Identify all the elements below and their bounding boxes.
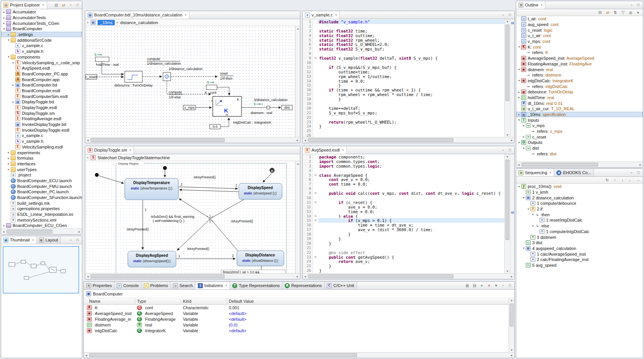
initial-state-dot[interactable] xyxy=(95,173,99,177)
tree-expanded-arrow-icon[interactable]: ▾ xyxy=(522,147,526,150)
pe-item-invokedisplaytoggle-esdl[interactable]: EInvokeDisplayToggle.esdl xyxy=(1,127,82,133)
tab-layout[interactable]: ▦ Layout xyxy=(37,236,61,244)
code-line[interactable]: 3static float32 time; xyxy=(303,29,504,33)
outline-item-outputs[interactable]: ▾OOutputs xyxy=(516,140,643,145)
scroll-down-icon[interactable]: ▼ xyxy=(506,270,509,273)
vertical-scrollbar[interactable]: ▲ ▼ xyxy=(504,154,510,273)
code-line[interactable]: 24} xyxy=(303,124,504,129)
code-line[interactable]: 24 return ave_v; xyxy=(303,259,504,264)
close-icon[interactable]: × xyxy=(335,13,337,17)
scroll-left-icon[interactable]: ◄ xyxy=(86,139,89,142)
tab-problems[interactable]: ⚠Problems xyxy=(142,282,171,289)
outline-item-dist[interactable]: ▾→dist xyxy=(516,145,643,151)
junction-connector[interactable] xyxy=(207,215,213,223)
pe-item-boardcomputer-fmu-launch[interactable]: BoardComputer_FMU.launch xyxy=(1,183,82,189)
close-icon[interactable]: × xyxy=(185,13,187,17)
tree-expanded-arrow-icon[interactable]: ▾ xyxy=(2,27,6,31)
outline-item-refers[interactable]: →refers : dist xyxy=(516,151,643,157)
code-line[interactable]: 18 } xyxy=(303,97,504,101)
code-line[interactable]: 1#include "v_sample.h" xyxy=(303,20,504,24)
add-entry-icon[interactable]: ⊞ xyxy=(464,283,470,289)
maximize-icon[interactable]: □ xyxy=(75,238,80,243)
minimize-icon[interactable]: − xyxy=(68,238,73,243)
palette-collapse-icon[interactable]: ◂ xyxy=(297,27,298,31)
code-line[interactable]: 1package components; xyxy=(303,155,504,159)
tree-collapsed-arrow-icon[interactable]: ▸ xyxy=(7,151,11,154)
code-line[interactable]: 11⊖ if (c_reset) { xyxy=(303,200,504,205)
close-icon[interactable]: × xyxy=(342,148,344,152)
code-line[interactable]: 2 xyxy=(303,24,504,29)
seq-item-proc-10ms[interactable]: ▾ƒproc_10ms() : void xyxy=(516,184,643,189)
code-line[interactable]: 17 rpm_wheel = rpm_wheel * outtime / tim… xyxy=(303,92,504,97)
integrator-block[interactable]: K K IV xyxy=(211,96,241,116)
tree-collapsed-arrow-icon[interactable]: ▸ xyxy=(2,16,6,20)
pe-item-invokedisplaytoggle-bd[interactable]: ▦InvokeDisplayToggle.bd xyxy=(1,122,82,127)
outline-item-dt-10ms[interactable]: #dt_10ms : real 0.01 xyxy=(516,100,643,106)
column-header-default-value[interactable]: Default Value xyxy=(227,298,514,304)
pe-item-memorysections-xml[interactable]: xmemorySections.xml xyxy=(1,217,82,223)
tab-sequencing[interactable]: ≡ Sequencing × xyxy=(516,169,554,176)
outline-item-distmem[interactable]: ▾▣distmem : real xyxy=(516,67,643,72)
cell-default-value[interactable]: 0.001 xyxy=(227,305,514,310)
code-line[interactable]: 6 cont ave_v = 0.0; xyxy=(303,177,504,182)
scroll-left-icon[interactable]: ◄ xyxy=(86,275,89,278)
scroll-right-icon[interactable]: ► xyxy=(296,139,299,142)
fold-collapse-icon[interactable]: ⊖ xyxy=(313,214,318,219)
code-line[interactable]: 9⊖float32 v_sample(float32 deltaT, sint8… xyxy=(303,56,504,60)
code-area[interactable]: 1#include "v_sample.h"23static float32 t… xyxy=(303,19,504,137)
move-up-icon[interactable]: ↑ xyxy=(612,177,618,183)
code-line[interactable]: 26} xyxy=(303,268,504,273)
tree-collapsed-arrow-icon[interactable]: ▸ xyxy=(7,168,11,171)
initializer-row-distmem[interactable]: ▢distmemRrealVariable(0.0) xyxy=(84,322,514,328)
scroll-up-icon[interactable]: ▲ xyxy=(510,299,513,302)
tree-expanded-arrow-icon[interactable]: ▾ xyxy=(517,185,521,188)
horizontal-scrollbar[interactable]: ◄ ► xyxy=(303,273,514,279)
breadcrumb-item-distance-calculation[interactable]: distance_calculation xyxy=(120,20,158,25)
code-line[interactable]: 9⊖ public void calc(cont v_mps, cont dis… xyxy=(303,191,504,196)
vertical-scrollbar[interactable]: ▲ ▼ xyxy=(504,19,510,137)
tree-expanded-arrow-icon[interactable]: ▾ xyxy=(531,213,535,216)
scroll-left-icon[interactable]: ◄ xyxy=(304,139,307,142)
tab-boardcomputer-bd[interactable]: ▦ BoardComputer.bd/_10ms/distance_calcul… xyxy=(85,11,189,19)
code-line[interactable]: 19 } xyxy=(303,237,504,241)
holdtime-port[interactable] xyxy=(95,57,109,62)
cell-default-value[interactable]: <default> xyxy=(227,311,514,316)
seq-item-then[interactable]: ▾↳then xyxy=(516,212,643,217)
scroll-down-icon[interactable]: ▼ xyxy=(510,349,513,351)
code-line[interactable]: 22 @no_side_effect xyxy=(303,250,504,255)
horizontal-scrollbar[interactable]: ◄ ► xyxy=(85,137,300,143)
scroll-up-icon[interactable]: ▲ xyxy=(506,20,509,23)
pe-item-v-sample-h[interactable]: hv_sample.h xyxy=(1,49,82,54)
tree-collapsed-arrow-icon[interactable]: ▸ xyxy=(522,135,526,139)
view-menu-icon[interactable]: ▾ xyxy=(493,283,499,288)
seq-item-1-compute-intgdistcalc[interactable]: •1 compute/intgDistCalc xyxy=(516,229,643,235)
tree-collapsed-arrow-icon[interactable]: ▸ xyxy=(517,90,521,94)
close-icon[interactable]: × xyxy=(42,3,44,7)
initializer-row-floatingaverage-in[interactable]: ▣FloatingAverage_inCFloatingAverageVaria… xyxy=(84,316,514,322)
minimize-icon[interactable]: − xyxy=(629,170,634,175)
tree-collapsed-arrow-icon[interactable]: ▸ xyxy=(11,83,15,87)
fold-collapse-icon[interactable]: ⊖ xyxy=(313,173,318,178)
refresh-icon[interactable]: ↻ xyxy=(604,177,610,183)
state-display-temperature[interactable]: DisplayTemperature static{showTemperatur… xyxy=(125,178,178,200)
close-icon[interactable]: × xyxy=(32,238,34,242)
outline-item-v-mps[interactable]: ▾→v_mps xyxy=(516,123,643,129)
outline-item-v-mps[interactable]: ◇v_mps : cont xyxy=(516,39,643,44)
statechart-canvas[interactable]: Display Region xyxy=(85,161,295,273)
tree-expanded-arrow-icon[interactable]: ▾ xyxy=(517,68,521,71)
state-display-distance[interactable]: DisplayDistance static{showDistance ();} xyxy=(237,251,284,266)
code-line[interactable]: 7static float32 S_v_mps_buf; xyxy=(303,47,504,51)
tree-expanded-arrow-icon[interactable]: ▾ xyxy=(526,207,530,211)
pe-item-usertypes[interactable]: ▸userTypes xyxy=(1,166,82,172)
code-line[interactable]: 19 xyxy=(303,101,504,106)
outline-item-refers[interactable]: →refers : K xyxy=(516,50,643,55)
pe-item-v-sample-h[interactable]: hv_sample.h xyxy=(1,139,82,144)
pe-item-displaytoggle-esdl[interactable]: EDisplayToggle.esdl xyxy=(1,105,82,111)
pe-item-boardcomputer[interactable]: ▾BoardComputer xyxy=(1,26,82,32)
outline-item-u-t-air-cur[interactable]: ⊞u_t_air_cur : T_1D_REAL xyxy=(516,106,643,112)
code-line[interactable]: 16 time = time + dt_ave_v; xyxy=(303,223,504,227)
close-icon[interactable]: × xyxy=(549,171,551,175)
pe-item-floatingaverage-esdl[interactable]: EFloatingAverage.esdl xyxy=(1,116,82,122)
tab-outline[interactable]: ≡ Outline × xyxy=(516,1,545,9)
collapse-all-icon[interactable]: ⊟ xyxy=(53,2,59,8)
